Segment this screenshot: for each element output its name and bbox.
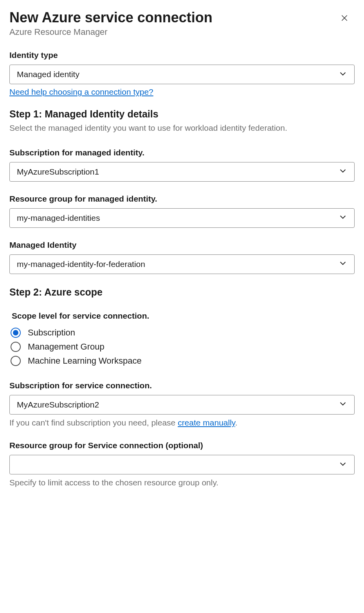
mi-resource-group-value: my-managed-identities (17, 213, 339, 223)
sc-subscription-label: Subscription for service connection. (9, 381, 355, 390)
chevron-down-icon (339, 166, 347, 177)
step1-description: Select the managed identity you want to … (9, 122, 355, 133)
mi-subscription-label: Subscription for managed identity. (9, 148, 355, 157)
scope-radio-ml-workspace-label: Machine Learning Workspace (28, 356, 142, 366)
identity-type-label: Identity type (9, 50, 355, 60)
scope-radio-management-group[interactable]: Management Group (11, 342, 355, 352)
radio-icon (11, 328, 21, 338)
identity-type-value: Managed identity (17, 70, 339, 79)
mi-resource-group-select[interactable]: my-managed-identities (9, 208, 355, 228)
scope-radio-subscription-label: Subscription (28, 328, 75, 338)
scope-radio-ml-workspace[interactable]: Machine Learning Workspace (11, 356, 355, 366)
sc-subscription-select[interactable]: MyAzureSubscription2 (9, 395, 355, 415)
dialog-title: New Azure service connection (9, 9, 213, 25)
managed-identity-select[interactable]: my-managed-identity-for-federation (9, 254, 355, 274)
identity-type-select[interactable]: Managed identity (9, 65, 355, 84)
close-icon (341, 14, 348, 23)
sc-subscription-help: If you can't find subscription you need,… (9, 417, 355, 428)
mi-subscription-value: MyAzureSubscription1 (17, 167, 339, 177)
scope-radio-subscription[interactable]: Subscription (11, 328, 355, 338)
chevron-down-icon (339, 399, 347, 410)
scope-radio-management-group-label: Management Group (28, 342, 105, 352)
sc-subscription-value: MyAzureSubscription2 (17, 400, 339, 409)
mi-resource-group-label: Resource group for managed identity. (9, 194, 355, 204)
managed-identity-label: Managed Identity (9, 240, 355, 250)
chevron-down-icon (339, 213, 347, 223)
chevron-down-icon (339, 69, 347, 80)
sc-resource-group-select[interactable] (9, 455, 355, 474)
chevron-down-icon (339, 460, 347, 470)
radio-icon (11, 342, 21, 352)
mi-subscription-select[interactable]: MyAzureSubscription1 (9, 162, 355, 182)
step2-heading: Step 2: Azure scope (9, 287, 355, 298)
sc-resource-group-help: Specify to limit access to the chosen re… (9, 477, 355, 488)
step1-heading: Step 1: Managed Identity details (9, 108, 355, 120)
sc-resource-group-label: Resource group for Service connection (o… (9, 441, 355, 450)
chevron-down-icon (339, 259, 347, 269)
dialog-subtitle: Azure Resource Manager (9, 27, 355, 37)
close-button[interactable] (338, 9, 355, 25)
radio-icon (11, 356, 21, 366)
scope-level-radio-group: Subscription Management Group Machine Le… (11, 328, 355, 366)
create-manually-link[interactable]: create manually (178, 418, 235, 427)
managed-identity-value: my-managed-identity-for-federation (17, 260, 339, 269)
help-connection-type-link[interactable]: Need help choosing a connection type? (9, 87, 153, 96)
scope-level-label: Scope level for service connection. (12, 311, 355, 321)
